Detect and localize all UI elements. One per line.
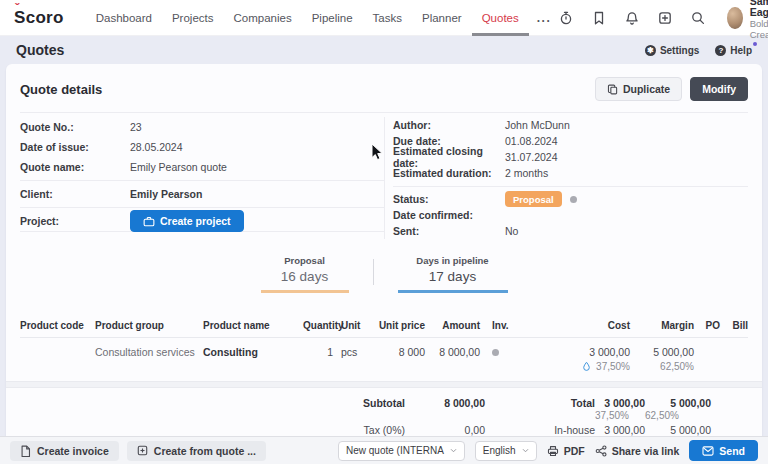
cell-margin-percent: 62,50% [630, 361, 694, 372]
cell-quantity: 1 [303, 346, 333, 358]
square-plus-icon [137, 445, 148, 456]
create-project-button[interactable]: Create project [130, 210, 244, 232]
summary-pct-total: 37,50% 62,50% [20, 409, 748, 421]
cell-cost: 3 000,00 [518, 346, 630, 358]
create-invoice-button[interactable]: Create invoice [10, 441, 119, 461]
active-tab-underline [472, 33, 529, 36]
printer-icon [547, 445, 559, 457]
cell-unit-price: 8 000 [378, 346, 425, 358]
envelope-icon [702, 446, 714, 456]
page-title: Quotes [16, 42, 64, 58]
language-select[interactable]: English [475, 441, 537, 461]
stat-days-in-pipeline[interactable]: Days in pipeline 17 days [392, 255, 514, 293]
summary-row-subtotal: Subtotal 8 000,00 Total 3 000,00 5 000,0… [20, 394, 748, 409]
gear-icon: ✱ [645, 45, 656, 56]
status-info-dot [570, 196, 577, 203]
nav-item-pipeline[interactable]: Pipeline [302, 0, 363, 36]
chevron-down-icon [450, 448, 457, 453]
divider [20, 207, 384, 208]
briefcase-icon [143, 216, 155, 227]
divider [20, 180, 384, 181]
cell-margin: 5 000,00 [630, 346, 694, 358]
cell-product-group: Consultation services [95, 346, 203, 358]
help-button[interactable]: ? Help [715, 45, 752, 56]
nav-more-menu[interactable]: ... [529, 0, 560, 36]
bell-icon[interactable] [625, 11, 639, 25]
nav-item-tasks[interactable]: Tasks [363, 0, 412, 36]
field-quote-name: Quote name: Emily Pearson quote [20, 157, 384, 177]
settings-button[interactable]: ✱ Settings [645, 45, 699, 56]
divider [20, 112, 748, 113]
field-date-of-issue: Date of issue: 28.05.2024 [20, 137, 384, 157]
user-avatar [727, 7, 742, 29]
inv-status-dot [492, 349, 499, 356]
send-button[interactable]: Send [689, 440, 758, 461]
question-icon: ? [715, 45, 726, 56]
search-icon[interactable] [691, 11, 705, 25]
cell-unit: pcs [333, 346, 378, 358]
template-select[interactable]: New quote (INTERNA [338, 441, 465, 461]
document-icon [20, 445, 31, 457]
stat-proposal[interactable]: Proposal 16 days [255, 255, 355, 293]
quote-details-card: Quote details Duplicate Modify Quote No.… [6, 64, 762, 464]
quote-fields-left: Quote No.: 23 Date of issue: 28.05.2024 … [20, 117, 384, 239]
help-notification-dot [753, 42, 757, 46]
field-client: Client: Emily Pearson [20, 184, 384, 204]
share-via-link-button[interactable]: Share via link [595, 445, 680, 457]
cell-product-name[interactable]: Consulting [203, 346, 303, 358]
user-menu[interactable]: Samantha Eagle Bold & Creative [727, 0, 768, 40]
stat-divider [373, 259, 374, 285]
main-nav: Dashboard Projects Companies Pipeline Ta… [86, 0, 560, 36]
pipeline-stats: Proposal 16 days Days in pipeline 17 day… [20, 255, 748, 293]
logo-accent-mark: ˇ [15, 1, 20, 16]
chevron-down-icon [522, 448, 529, 453]
droplet-icon [582, 361, 591, 372]
copy-icon [607, 84, 618, 95]
create-from-quote-button[interactable]: Create from quote ... [127, 441, 266, 461]
modify-button[interactable]: Modify [690, 77, 748, 101]
client-link[interactable]: Emily Pearson [130, 188, 202, 200]
field-estimated-duration: Estimated duration: 2 months [393, 165, 748, 181]
scoro-logo[interactable]: ˇ Scoro [14, 8, 64, 28]
status-badge[interactable]: Proposal [505, 191, 562, 207]
topnav-actions: Samantha Eagle Bold & Creative [559, 0, 768, 40]
divider [393, 186, 748, 187]
nav-item-dashboard[interactable]: Dashboard [86, 0, 162, 36]
line-items-header: Product code Product group Product name … [20, 320, 748, 338]
table-row[interactable]: Consultation services Consulting 1 pcs 8… [20, 338, 748, 372]
field-status: Status: Proposal [393, 191, 748, 207]
summary-row-tax: Tax (0%) 0,00 In-house 3 000,00 5 000,00 [20, 421, 748, 436]
top-navigation: ˇ Scoro Dashboard Projects Companies Pip… [0, 0, 768, 36]
section-separator [6, 381, 762, 388]
bookmark-icon[interactable] [592, 11, 606, 25]
field-author: Author: John McDunn [393, 117, 748, 133]
share-icon [595, 445, 607, 457]
nav-item-projects[interactable]: Projects [162, 0, 224, 36]
cell-amount: 8 000,00 [425, 346, 480, 358]
nav-item-planner[interactable]: Planner [412, 0, 472, 36]
field-sent: Sent: No [393, 223, 748, 239]
cell-inv-indicator [480, 346, 518, 358]
field-quote-no: Quote No.: 23 [20, 117, 384, 137]
field-estimated-closing-date: Estimated closing date: 31.07.2024 [393, 149, 748, 165]
nav-item-quotes[interactable]: Quotes [472, 0, 529, 36]
add-new-icon[interactable] [658, 11, 672, 25]
action-footer: Create invoice Create from quote ... New… [0, 436, 768, 464]
field-project: Project: Create project [20, 211, 384, 231]
section-title: Quote details [20, 82, 102, 97]
user-name: Samantha Eagle [750, 0, 768, 18]
nav-item-companies[interactable]: Companies [224, 0, 302, 36]
duplicate-button[interactable]: Duplicate [595, 77, 682, 101]
pdf-button[interactable]: PDF [547, 445, 585, 457]
page-header-bar: Quotes ✱ Settings ? Help [0, 36, 768, 64]
user-organization: Bold & Creative [750, 18, 768, 40]
timer-icon[interactable] [559, 11, 573, 25]
field-date-confirmed: Date confirmed: [393, 207, 748, 223]
cell-cost-percent: 37,50% [518, 361, 630, 372]
quote-fields-right: Author: John McDunn Due date: 01.08.2024… [384, 117, 748, 239]
